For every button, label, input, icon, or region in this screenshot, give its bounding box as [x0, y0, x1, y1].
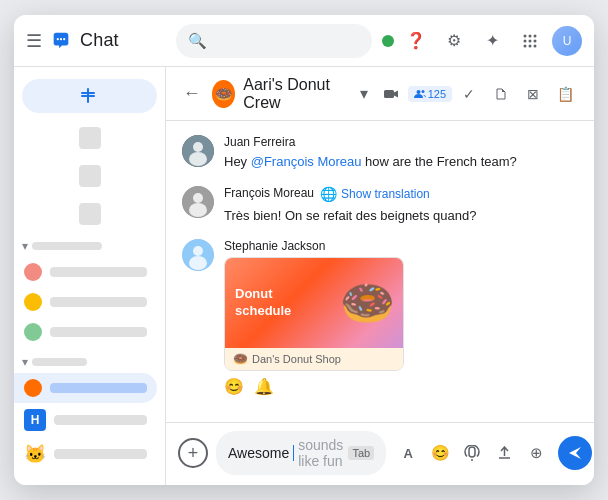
- upload-button[interactable]: [490, 439, 518, 467]
- members-count-badge[interactable]: 125: [408, 86, 452, 102]
- shop-name: Dan's Donut Shop: [252, 353, 341, 365]
- help-button[interactable]: ❓: [400, 25, 432, 57]
- shop-icon: 🍩: [233, 352, 248, 366]
- svg-point-25: [193, 246, 203, 256]
- svg-point-1: [57, 38, 59, 40]
- new-chat-button[interactable]: [22, 79, 157, 113]
- svg-point-11: [529, 44, 532, 47]
- emoji-button[interactable]: 😊: [426, 439, 454, 467]
- sidebar-home-icon[interactable]: [79, 127, 101, 149]
- svg-point-3: [63, 38, 65, 40]
- stephanie-message-content: Stephanie Jackson Donut schedule 🍩: [224, 239, 578, 396]
- message-group-stephanie: Stephanie Jackson Donut schedule 🍩: [182, 239, 578, 396]
- cat-space-emoji-icon: 🐱: [24, 443, 46, 465]
- juan-sender-name: Juan Ferreira: [224, 135, 578, 149]
- francois-mention: @François Moreau: [251, 154, 362, 169]
- donut-crew-avatar: [24, 379, 42, 397]
- compose-area: + Awesome sounds like fun Tab A 😊: [166, 422, 594, 485]
- svg-point-4: [524, 34, 527, 37]
- svg-rect-15: [384, 90, 394, 98]
- card-image: Donut schedule 🍩: [225, 258, 404, 348]
- spaces-section-header[interactable]: ▾: [14, 351, 165, 373]
- chat-group-avatar: 🍩: [212, 80, 236, 108]
- compose-action-buttons: A 😊 ⊕: [394, 439, 550, 467]
- card-footer: 🍩 Dan's Donut Shop: [225, 348, 403, 370]
- svg-point-26: [189, 256, 207, 270]
- app-title: Chat: [80, 30, 119, 51]
- more-button[interactable]: 📋: [550, 79, 580, 109]
- files-button[interactable]: [486, 79, 516, 109]
- send-button[interactable]: [558, 436, 592, 470]
- translation-label: Show translation: [341, 187, 430, 201]
- sidebar-item-dm-2[interactable]: [14, 287, 157, 317]
- juan-avatar: [182, 135, 214, 167]
- francois-message-meta: François Moreau 🌐 Show translation: [224, 186, 578, 203]
- top-bar-right: ❓ ⚙ ✦ U: [382, 25, 582, 57]
- user-avatar[interactable]: U: [552, 26, 582, 56]
- chat-header: ← 🍩 Aari's Donut Crew ▾ 125 ✓: [166, 67, 594, 121]
- back-button[interactable]: ←: [180, 83, 204, 104]
- tasks-button[interactable]: ✓: [454, 79, 484, 109]
- svg-rect-14: [81, 95, 95, 97]
- svg-point-22: [193, 193, 203, 203]
- sparkle-button[interactable]: ✦: [476, 25, 508, 57]
- francois-message-content: François Moreau 🌐 Show translation Très …: [224, 186, 578, 226]
- sidebar-item-cat[interactable]: 🐱: [14, 437, 157, 471]
- messages-area: Juan Ferreira Hey @François Moreau how a…: [166, 121, 594, 422]
- card-reaction-icon[interactable]: 😊: [224, 377, 244, 396]
- sidebar-star-icon[interactable]: [79, 203, 101, 225]
- chat-title-chevron-icon[interactable]: ▾: [360, 84, 368, 103]
- chat-window: ☰ Chat 🔍 ❓ ⚙ ✦: [14, 15, 594, 485]
- donut-schedule-card[interactable]: Donut schedule 🍩 🍩 Dan's Donut Shop: [224, 257, 404, 371]
- dm-2-label: [50, 297, 147, 307]
- attach-button[interactable]: [458, 439, 486, 467]
- h-space-badge: H: [24, 409, 46, 431]
- settings-button[interactable]: ⚙: [438, 25, 470, 57]
- compose-input-field[interactable]: Awesome sounds like fun Tab: [216, 431, 386, 475]
- compose-add-button[interactable]: +: [178, 438, 208, 468]
- sidebar-item-dm-3[interactable]: [14, 317, 157, 347]
- sidebar-chat-icon[interactable]: [79, 165, 101, 187]
- video-call-button[interactable]: [376, 79, 406, 109]
- francois-avatar: [182, 186, 214, 218]
- donut-emoji-icon: 🍩: [340, 277, 395, 329]
- show-translation-button[interactable]: 🌐 Show translation: [320, 186, 430, 202]
- juan-message-content: Juan Ferreira Hey @François Moreau how a…: [224, 135, 578, 172]
- compose-cursor: [293, 445, 294, 461]
- svg-point-5: [529, 34, 532, 37]
- sidebar-item-h[interactable]: H: [14, 403, 157, 437]
- search-icon: 🔍: [188, 32, 207, 50]
- search-bar[interactable]: 🔍: [176, 24, 372, 58]
- svg-point-7: [524, 39, 527, 42]
- message-group-juan: Juan Ferreira Hey @François Moreau how a…: [182, 135, 578, 172]
- svg-rect-27: [469, 447, 475, 457]
- sidebar-item-dm-1[interactable]: [14, 257, 157, 287]
- dm-1-avatar: [24, 263, 42, 281]
- svg-point-20: [189, 152, 207, 166]
- svg-point-10: [524, 44, 527, 47]
- hamburger-icon[interactable]: ☰: [26, 30, 42, 52]
- format-text-button[interactable]: A: [394, 439, 422, 467]
- svg-point-8: [529, 39, 532, 42]
- card-reply-icon[interactable]: 🔔: [254, 377, 274, 396]
- juan-message-text: Hey @François Moreau how are the French …: [224, 152, 578, 172]
- svg-point-9: [534, 39, 537, 42]
- main-layout: ▾ ▾: [14, 67, 594, 485]
- message-group-francois: François Moreau 🌐 Show translation Très …: [182, 186, 578, 226]
- dm-2-avatar: [24, 293, 42, 311]
- dm-section-header[interactable]: ▾: [14, 235, 165, 257]
- card-background: Donut schedule 🍩: [225, 258, 404, 348]
- status-dot: [382, 35, 394, 47]
- svg-point-19: [193, 142, 203, 152]
- members-count: 125: [428, 88, 446, 100]
- apps-button[interactable]: [514, 25, 546, 57]
- francois-sender-name: François Moreau: [224, 186, 314, 200]
- sidebar-item-donut-crew[interactable]: [14, 373, 157, 403]
- google-chat-logo-icon: [50, 30, 72, 52]
- tab-badge: Tab: [348, 446, 374, 460]
- svg-point-6: [534, 34, 537, 37]
- more-compose-button[interactable]: ⊕: [522, 439, 550, 467]
- svg-point-17: [421, 90, 424, 93]
- integrations-button[interactable]: ⊠: [518, 79, 548, 109]
- top-bar: ☰ Chat 🔍 ❓ ⚙ ✦: [14, 15, 594, 67]
